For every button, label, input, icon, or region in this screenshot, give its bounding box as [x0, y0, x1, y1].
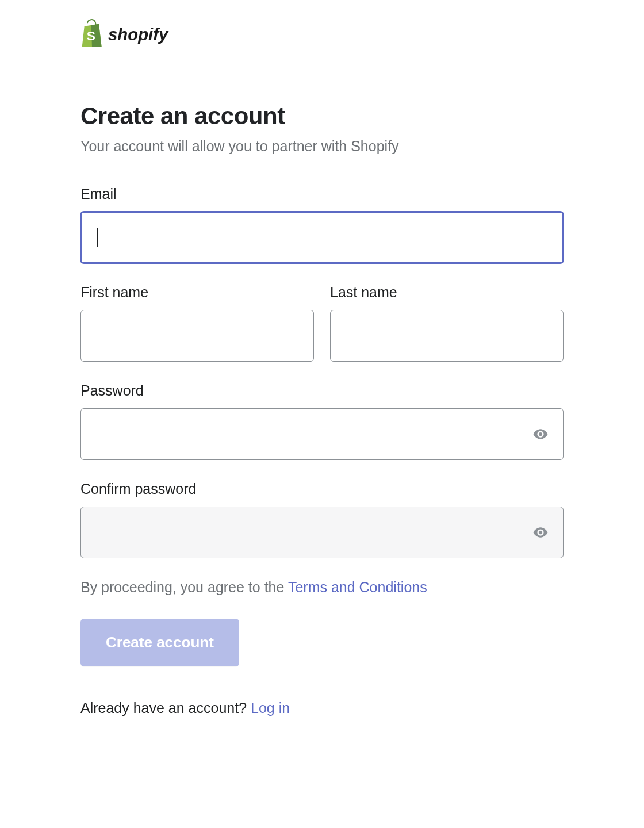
confirm-password-input[interactable]: [80, 507, 564, 558]
password-input[interactable]: [80, 408, 564, 460]
svg-text:S: S: [87, 28, 95, 43]
text-cursor: [97, 228, 98, 247]
last-name-input[interactable]: [330, 310, 564, 362]
toggle-confirm-password-visibility-button[interactable]: [530, 522, 551, 543]
terms-and-conditions-link[interactable]: Terms and Conditions: [288, 579, 427, 595]
email-label: Email: [80, 186, 564, 202]
shopify-bag-icon: S shopify: [80, 17, 195, 51]
terms-prefix: By proceeding, you agree to the: [80, 579, 288, 595]
page-subtitle: Your account will allow you to partner w…: [80, 138, 564, 155]
eye-icon: [532, 524, 549, 541]
email-input[interactable]: [80, 212, 564, 263]
last-name-label: Last name: [330, 284, 564, 301]
first-name-input[interactable]: [80, 310, 314, 362]
password-label: Password: [80, 382, 564, 399]
brand-logo: S shopify: [80, 17, 564, 51]
confirm-password-label: Confirm password: [80, 481, 564, 497]
brand-wordmark: shopify: [108, 25, 169, 44]
login-prefix: Already have an account?: [80, 700, 251, 716]
page-title: Create an account: [80, 102, 564, 130]
log-in-link[interactable]: Log in: [251, 700, 290, 716]
first-name-label: First name: [80, 284, 314, 301]
create-account-button[interactable]: Create account: [80, 619, 239, 666]
login-prompt: Already have an account? Log in: [80, 700, 564, 716]
terms-text: By proceeding, you agree to the Terms an…: [80, 579, 564, 596]
toggle-password-visibility-button[interactable]: [530, 424, 551, 444]
eye-icon: [532, 425, 549, 443]
